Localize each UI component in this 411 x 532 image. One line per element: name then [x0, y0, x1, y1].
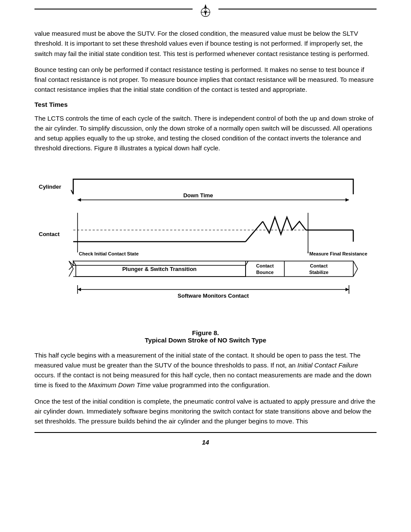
page-number: 14	[34, 439, 377, 446]
main-content: value measured must be above the SUTV. F…	[34, 26, 377, 426]
figure-number: Figure 8.	[192, 329, 219, 336]
svg-marker-10	[346, 198, 349, 202]
software-monitors-label: Software Monitors Contact	[177, 292, 249, 299]
contact-stabilize-label: Contact	[310, 263, 328, 268]
diagram-svg: Cylinder Down Time Contact	[34, 166, 377, 321]
paragraph-4: This half cycle begins with a measuremen…	[34, 350, 377, 390]
paragraph-1: value measured must be above the SUTV. F…	[34, 28, 377, 59]
down-time-label: Down Time	[183, 192, 213, 199]
cylinder-label: Cylinder	[39, 184, 61, 190]
diagram: Cylinder Down Time Contact	[34, 162, 377, 326]
svg-marker-32	[78, 288, 81, 291]
company-logo	[193, 3, 218, 22]
svg-marker-33	[346, 288, 349, 291]
contact-label: Contact	[39, 231, 60, 237]
page-header	[34, 0, 377, 22]
check-initial-label: Check Initial Contact State	[79, 251, 139, 256]
contact-bounce-label: Contact	[256, 263, 274, 268]
section-heading-test-times: Test Times	[34, 101, 377, 108]
measure-final-label: Measure Final Resistance	[309, 251, 367, 256]
paragraph-5: Once the test of the initial condition i…	[34, 396, 377, 426]
svg-text:Stabilize: Stabilize	[309, 270, 329, 275]
page: value measured must be above the SUTV. F…	[0, 0, 411, 532]
paragraph-3: The LCTS controls the time of each cycle…	[34, 113, 377, 153]
svg-text:Bounce: Bounce	[256, 270, 274, 275]
figure-caption: Figure 8. Typical Down Stroke of NO Swit…	[34, 329, 377, 344]
page-footer: 14	[34, 432, 377, 446]
figure-8-container: Cylinder Down Time Contact	[34, 162, 377, 344]
paragraph-2: Bounce testing can only be performed if …	[34, 65, 377, 95]
svg-line-13	[246, 221, 263, 242]
plunger-switch-label: Plunger & Switch Transition	[122, 266, 197, 272]
svg-marker-9	[78, 198, 81, 202]
figure-title: Typical Down Stroke of NO Switch Type	[34, 336, 377, 344]
